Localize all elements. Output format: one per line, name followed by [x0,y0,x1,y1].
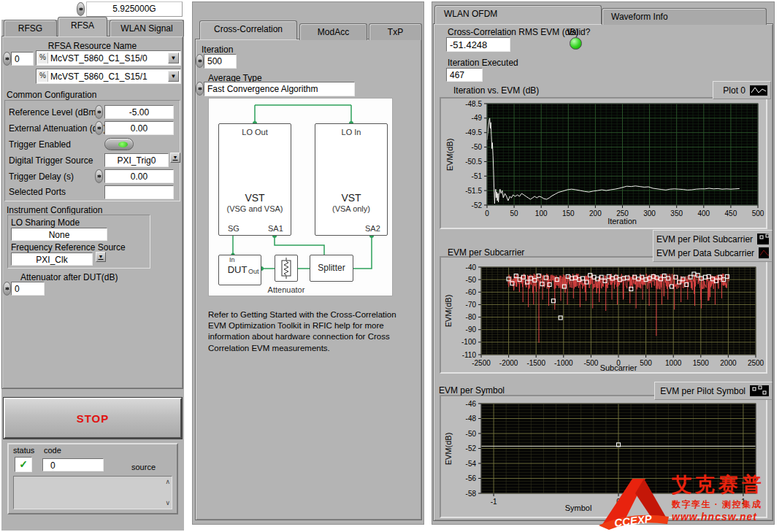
chart3-legend[interactable]: EVM per Pilot Symbol [654,382,773,400]
chart1-graph-panel: 050100150200250300350400450500-48.5-49-4… [440,97,767,229]
svg-text:-48: -48 [466,415,477,423]
frequency-spinner[interactable] [77,2,85,16]
dropdown-arrow-icon[interactable]: ▼ [168,71,179,82]
lo-sharing-mode-field[interactable]: None [11,228,107,241]
vst2-box [315,123,388,236]
attenuator-after-dut-field[interactable]: 0 [11,282,45,296]
svg-text:-49: -49 [472,114,483,122]
resource-name-title: RFSA Resource Name [1,41,183,51]
svg-text:-46: -46 [466,400,477,408]
svg-text:-48.5: -48.5 [465,100,482,108]
selected-ports-field[interactable] [104,185,174,199]
resource-name-0-value: McVST_5860_C1_S15/0 [50,53,147,63]
svg-text:300: 300 [643,209,656,217]
iteration-evm-chart[interactable]: 050100150200250300350400450500-48.5-49-4… [441,99,766,228]
tab-wlan-signal[interactable]: WLAN Signal [110,20,184,36]
average-type-field[interactable]: Fast Convergence Algorithm [204,82,355,96]
chart1-legend[interactable]: Plot 0 [713,81,771,99]
tab-rfsa[interactable]: RFSA [58,17,107,36]
data-subcarrier-line-icon [759,247,769,258]
scroll-down-icon[interactable]: ∨ [165,500,170,506]
vst1-lo-out-port: LO Out [218,128,291,136]
source-text-area[interactable]: ∧ ∨ [13,476,172,509]
frequency-field[interactable]: 5.925000G [86,1,183,17]
watermark-url: www.hncsw.net [672,511,765,523]
tab-cross-correlation[interactable]: Cross-Correlation [199,20,297,39]
digital-trigger-source-ring-button[interactable]: ▼ [170,153,180,163]
evm-per-subcarrier-chart[interactable]: -2500-2000-1500-1000-5000500100015002000… [441,258,766,372]
svg-text:-100: -100 [461,338,476,346]
vst2-title: VST [315,192,388,204]
svg-text:400: 400 [697,209,710,217]
chart2-legend[interactable]: EVM per Pilot Subcarrier EVM per Data Su… [653,230,773,262]
frequency-reference-source-field[interactable]: PXI_Clk [11,252,93,266]
svg-text:1500: 1500 [693,359,710,367]
reference-level-spinner[interactable] [95,105,103,119]
help-note-text: Refer to Getting Started with the Cross-… [208,309,399,354]
chart2-graph-panel: -2500-2000-1500-1000-5000500100015002000… [440,256,767,374]
io-icon: % [38,71,48,82]
svg-text:2000: 2000 [720,359,737,367]
tab-modacc[interactable]: ModAcc [299,23,367,40]
svg-text:500: 500 [752,209,764,217]
io-icon: % [38,53,48,63]
scroll-up-icon[interactable]: ∧ [165,479,170,485]
reference-level-field[interactable]: -5.00 [104,105,174,119]
svg-text:-50: -50 [466,276,477,284]
svg-text:-2500: -2500 [472,359,491,367]
external-attenuation-spinner[interactable] [95,121,103,135]
resource-name-0-combo[interactable]: % McVST_5860_C1_S15/0 ▼ [36,50,181,66]
tab-waveform-info[interactable]: Waveform Info [602,8,767,25]
status-check-indicator: ✓ [15,457,32,472]
vst1-box [218,123,291,236]
svg-text:2500: 2500 [748,359,764,367]
results-panel: WLAN OFDM Waveform Info Cross-Correlatio… [432,1,775,525]
trigger-delay-field[interactable]: 0.00 [104,169,174,183]
resource-name-1-combo[interactable]: % McVST_5860_C1_S15/1 ▼ [36,69,181,84]
svg-text:-51: -51 [472,172,483,180]
svg-text:Iteration: Iteration [607,217,637,225]
iteration-executed-label: Iteration Executed [448,58,518,68]
svg-text:150: 150 [562,209,575,217]
iteration-spinner[interactable] [196,54,204,68]
chart2-title: EVM per Subcarrier [448,247,524,258]
svg-text:EVM(dB): EVM(dB) [444,295,453,328]
tab-txp[interactable]: TxP [369,23,422,40]
dropdown-arrow-icon[interactable]: ▼ [168,53,179,63]
svg-text:-52: -52 [466,444,477,452]
svg-text:1000: 1000 [665,359,682,367]
svg-text:0: 0 [485,209,489,217]
code-field[interactable]: 0 [42,458,104,471]
chart1-title: Iteration vs. EVM (dB) [453,85,539,96]
resource-index-spinner[interactable] [3,52,11,66]
resource-index-field[interactable]: 0 [11,52,34,66]
iteration-executed-field: 467 [446,68,483,82]
svg-text:-1000: -1000 [554,359,573,367]
svg-text:-49.5: -49.5 [465,128,482,136]
chart2-legend-pilot-label: EVM per Pilot Subcarrier [656,234,753,244]
watermark: CCEXP 艾克赛普 数字孪生 · 测控集成 www.hncsw.net [597,474,782,532]
valid-label: Valid? [567,27,590,37]
attenuator-after-dut-spinner[interactable] [3,282,11,296]
tab-rfsg[interactable]: RFSG [4,20,57,36]
digital-trigger-source-field[interactable]: PXI_Trig0 [104,153,169,167]
svg-text:-90: -90 [466,325,477,334]
average-type-spinner[interactable] [196,82,204,96]
common-config-title: Common Configuration [7,90,96,100]
attenuator-resistor-icon [275,255,298,282]
instrument-config-title: Instrument Configuration [7,205,102,215]
iteration-field[interactable]: 500 [204,54,237,69]
svg-text:-51.5: -51.5 [465,187,482,195]
iteration-label: Iteration [202,45,233,55]
svg-text:-52: -52 [472,201,483,209]
measurement-config-panel: Cross-Correlation ModAcc TxP Iteration 5… [192,1,424,525]
stop-button[interactable]: STOP [4,398,182,439]
tab-wlan-ofdm[interactable]: WLAN OFDM [434,5,602,24]
external-attenuation-field[interactable]: 0.00 [104,121,174,135]
watermark-brand: 艾克赛普 [672,474,765,496]
trigger-enabled-toggle[interactable] [104,138,134,150]
trigger-enabled-label: Trigger Enabled [9,139,71,150]
svg-text:Subcarrier: Subcarrier [600,363,637,372]
frequency-reference-ring-button[interactable]: ▼ [96,252,106,262]
trigger-delay-spinner[interactable] [95,169,103,183]
